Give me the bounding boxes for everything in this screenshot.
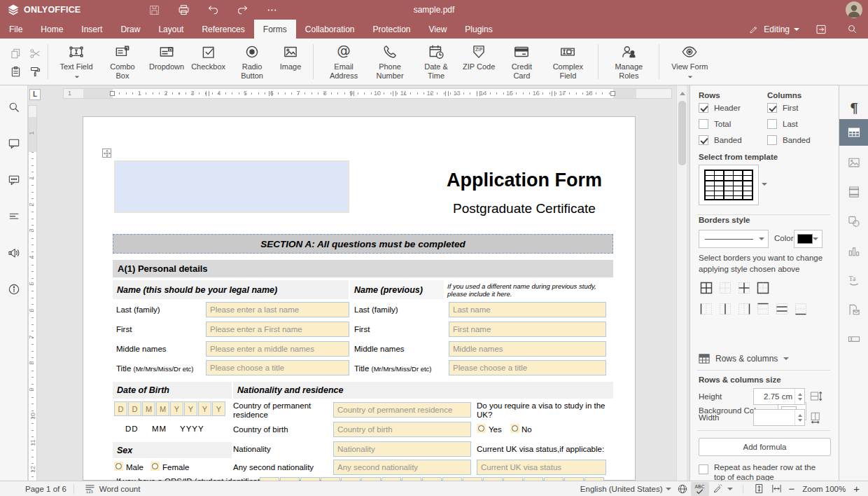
undo-button[interactable]: [201, 1, 225, 18]
vertical-scrollbar[interactable]: [676, 85, 687, 481]
border-style-dropdown[interactable]: [699, 230, 769, 248]
middle-names-field[interactable]: Please enter a middle names: [206, 341, 349, 357]
tab-draw[interactable]: Draw: [111, 20, 149, 39]
chart-settings-button[interactable]: [839, 238, 868, 263]
border-left-button[interactable]: [699, 301, 714, 317]
title-field[interactable]: Please choose a title: [206, 360, 349, 376]
tab-home[interactable]: Home: [31, 20, 72, 39]
chevron-down-icon[interactable]: [762, 183, 767, 186]
manage-roles-button[interactable]: Manage Roles: [606, 41, 652, 81]
border-inner-vertical-button[interactable]: [718, 301, 733, 317]
text-art-settings-button[interactable]: Ta: [839, 268, 868, 293]
checkbox-button[interactable]: Checkbox: [188, 41, 229, 73]
view-form-button[interactable]: View Form: [666, 41, 713, 81]
copy-button[interactable]: [6, 44, 25, 62]
tab-collaboration[interactable]: Collaboration: [296, 20, 364, 39]
tab-references[interactable]: References: [192, 20, 253, 39]
tab-file[interactable]: File: [0, 20, 31, 39]
mail-merge-settings-button[interactable]: [839, 297, 868, 322]
check-last-column[interactable]: Last: [767, 119, 798, 129]
check-total-row[interactable]: Total: [699, 119, 731, 129]
border-right-button[interactable]: [736, 301, 752, 317]
second-nat-field[interactable]: Any second nationality: [333, 460, 471, 475]
combo-box-button[interactable]: Combo Box: [99, 41, 146, 81]
editing-mode-button[interactable]: Editing: [746, 22, 802, 36]
shape-settings-button[interactable]: [839, 209, 868, 234]
fit-page-button[interactable]: [750, 482, 768, 496]
spellcheck-button[interactable]: ABC: [691, 482, 709, 496]
about-button[interactable]: [5, 280, 23, 298]
prev-last-name-field[interactable]: Last name: [449, 302, 606, 317]
width-spinner[interactable]: [753, 409, 805, 426]
credit-card-button[interactable]: Credit Card: [498, 41, 545, 81]
chat-panel-button[interactable]: [5, 171, 23, 189]
border-outer-button[interactable]: [755, 280, 771, 296]
border-top-button[interactable]: [755, 301, 771, 317]
zoom-level[interactable]: Zoom 100%: [797, 485, 850, 493]
prev-title-field[interactable]: Please choose a title: [449, 360, 606, 376]
check-banded-rows[interactable]: Banded: [699, 135, 742, 145]
fit-width-button[interactable]: [768, 482, 785, 496]
first-name-field[interactable]: Please enter a First name: [206, 322, 349, 337]
search-button[interactable]: [840, 21, 864, 38]
sex-female-radio[interactable]: [150, 462, 160, 471]
set-language-button[interactable]: [674, 482, 691, 496]
image-settings-button[interactable]: [839, 150, 868, 175]
form-settings-button[interactable]: [839, 326, 868, 352]
vertical-ruler[interactable]: 123456789101112 1: [28, 105, 37, 481]
visa-status-field[interactable]: Current UK visa status: [477, 460, 606, 475]
feedback-button[interactable]: [5, 244, 23, 262]
right-indent-marker[interactable]: [610, 91, 615, 96]
logo-image-field[interactable]: [114, 160, 349, 213]
tab-plugins[interactable]: Plugins: [456, 20, 501, 39]
check-first-column[interactable]: First: [767, 103, 798, 113]
repeat-header-checkbox[interactable]: Repeat as header row at the top of each …: [699, 462, 828, 481]
zoom-out-button[interactable]: −: [785, 482, 797, 496]
image-button[interactable]: Image: [275, 41, 306, 73]
track-changes-button[interactable]: [709, 482, 736, 496]
tab-protection[interactable]: Protection: [364, 20, 420, 39]
table-template-selector[interactable]: [699, 165, 759, 205]
dropdown-button[interactable]: Dropdown: [146, 41, 188, 73]
tab-forms[interactable]: Forms: [254, 20, 296, 39]
prev-middle-names-field[interactable]: Middle names: [449, 341, 606, 357]
visa-no-radio[interactable]: [510, 424, 519, 433]
last-name-field[interactable]: Please enter a last name: [206, 302, 349, 317]
dob-boxes[interactable]: DDMMYYYY: [114, 401, 226, 416]
zoom-in-button[interactable]: +: [850, 482, 862, 496]
word-count-button[interactable]: 123 Word count: [81, 482, 144, 496]
tab-view[interactable]: View: [420, 20, 456, 39]
tab-stop-selector[interactable]: L: [29, 89, 41, 100]
document-page[interactable]: Application Form Postgraduate Certificat…: [83, 116, 636, 481]
sex-male-radio[interactable]: [114, 462, 123, 471]
date-time-button[interactable]: Date & Time: [413, 41, 459, 81]
language-selector[interactable]: English (United States): [578, 482, 675, 496]
zip-code-button[interactable]: ZIP ZIP Code: [459, 41, 498, 73]
save-button[interactable]: [142, 1, 166, 18]
border-inner-horizontal-button[interactable]: [774, 301, 790, 317]
border-inner-button[interactable]: [736, 280, 752, 296]
border-bottom-button[interactable]: [793, 301, 808, 317]
text-field-button[interactable]: Text Field: [53, 41, 99, 81]
navigation-panel-button[interactable]: [5, 207, 23, 226]
phone-number-button[interactable]: Phone Number: [367, 41, 413, 81]
border-color-picker[interactable]: [794, 230, 822, 248]
check-banded-columns[interactable]: Banded: [767, 135, 811, 145]
height-spinner[interactable]: 2.75 cm: [753, 388, 805, 405]
country-birth-field[interactable]: Country of birth: [333, 422, 471, 437]
visa-yes-radio[interactable]: [477, 424, 486, 433]
radio-button-button[interactable]: Radio Button: [229, 41, 275, 81]
open-file-location-button[interactable]: [809, 21, 833, 38]
tab-layout[interactable]: Layout: [149, 20, 192, 39]
user-avatar[interactable]: [846, 1, 862, 18]
indent-marker[interactable]: [110, 91, 115, 96]
format-painter-button[interactable]: [25, 62, 45, 81]
distribute-rows-button[interactable]: [809, 390, 822, 404]
paste-button[interactable]: [6, 62, 25, 81]
print-button[interactable]: [172, 1, 195, 18]
paragraph-settings-button[interactable]: ¶: [839, 95, 868, 120]
add-formula-button[interactable]: Add formula: [699, 438, 831, 456]
more-actions-button[interactable]: [260, 1, 284, 18]
rows-columns-header[interactable]: Rows & columns: [699, 353, 789, 364]
page-indicator[interactable]: Page 1 of 6: [25, 485, 66, 493]
